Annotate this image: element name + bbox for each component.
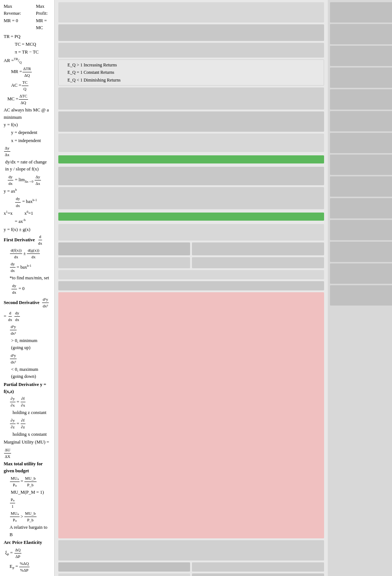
right-box-20	[192, 573, 324, 576]
d2y-neg-frac: d²ydx²	[10, 352, 17, 365]
dfdx-partial: ∂f∂x	[20, 396, 26, 408]
returns-eq1: E_Q = 1 Constant Returns	[68, 69, 322, 76]
partial-deriv-label: Partial Derivative y = f(x,z)	[4, 382, 46, 394]
ep-formula-row: EP = %ΔQ%ΔP	[4, 561, 51, 573]
partial-x-row: ∂y∂x = ∂f∂x holding z constant	[4, 396, 51, 416]
lt0-label: < 0, maximum (going down)	[11, 366, 51, 380]
first-deriv-header: First Derivative ddx	[4, 234, 51, 246]
mc-label: MC =ΔTCΔQ	[7, 93, 28, 106]
salmon-box	[58, 292, 324, 538]
rs-box-4	[330, 68, 392, 88]
right-box-8	[58, 187, 324, 209]
dydz-partial: ∂y∂z	[10, 417, 16, 430]
lim-delta: dydx = limΔx→0 ΔyΔx	[7, 174, 41, 187]
mu-budget-formula: MUₐPₐ = MU_bP_b MU_M(P_M = 1) Pₐ1	[4, 475, 51, 510]
right-box-11	[192, 242, 324, 255]
pi-formula: π = TR − TC	[15, 49, 39, 56]
green-bar-2	[58, 213, 324, 221]
mr-label: MR =ΔTRΔQ	[11, 66, 32, 79]
ep-interpretation: |EP| > 1 Elastic < 1 Inelastic = 1 Unita…	[4, 575, 51, 576]
d2y-pos-frac: d²ydx²	[10, 324, 17, 337]
mub-pb-b: MU_bP_b	[24, 510, 37, 523]
x1-eq-x: x1=x	[4, 210, 13, 217]
right-box-12	[58, 257, 190, 268]
max-revenue-label: Max Revenue: MR = 0	[4, 3, 21, 32]
dydx-fraction: ΔyΔx	[4, 145, 10, 158]
mu-b-pb: MU_bP_b	[24, 475, 37, 488]
rs-box-10	[330, 198, 392, 218]
right-box-13	[192, 257, 324, 268]
find-max-min: *to find max/min, set dydx = 0	[4, 275, 51, 295]
right-sidebar	[328, 0, 392, 576]
d2y-neg: d²ydx² < 0, maximum (going down)	[4, 352, 51, 380]
right-box-10	[58, 242, 190, 255]
rs-box-2	[330, 24, 392, 44]
right-box-6	[58, 134, 324, 152]
ep-label: EP =	[10, 563, 18, 571]
dfdz-partial: ∂f∂z	[20, 417, 25, 430]
rs-box-8	[330, 155, 392, 175]
right-box-4	[58, 87, 324, 110]
left-panel: Max Revenue: MR = 0 Max Profit: MR = MC …	[0, 0, 55, 576]
rs-box-3	[330, 46, 392, 66]
max-profit-label: Max Profit: MR = MC	[36, 3, 50, 32]
gt0-label: > 0, minimum (going up)	[11, 337, 51, 352]
plus-minus: ±	[23, 250, 26, 257]
arc-price-row: Arc Price Elasticity ξP = ΔQΔP	[4, 539, 51, 560]
mua-pa: MUₐPₐ	[10, 475, 20, 488]
tr-pq: TR = PQ	[4, 33, 20, 40]
green-bar-1	[58, 155, 324, 163]
equals-partial: =	[17, 399, 19, 406]
to-find-label: *to find max/min, set	[10, 275, 49, 282]
abs-ep-label: |EP|	[4, 575, 10, 576]
mu-fraction: ΔUΔX	[4, 447, 11, 460]
ar-label: AR =TR/Q	[4, 57, 22, 65]
rs-box-5	[330, 89, 392, 110]
d2y-sym: d²ydx²	[42, 296, 49, 309]
hold-z-label: holding z constant	[13, 409, 47, 416]
right-box-15	[58, 281, 324, 290]
y-axb: y = axb	[4, 187, 17, 195]
ax-neg-b: = ax-b	[15, 218, 25, 225]
returns-lt1: E_Q < 1 Diminishing Returns	[68, 76, 322, 84]
rs-box-7	[330, 133, 392, 153]
rs-box-1	[330, 2, 392, 23]
first-deriv-formula: d(f(x))dx ± d(g(x))dx	[4, 247, 51, 260]
max-utility-label: Max total utility for given budget	[4, 461, 51, 475]
dgx-fraction: d(g(x))dx	[27, 247, 40, 260]
partial-deriv-header: Partial Derivative y = f(x,z)	[4, 381, 51, 396]
right-box-3	[58, 43, 324, 58]
dydx-row: ΔyΔx dy/dx = rate of change in y / slope…	[4, 145, 51, 187]
dydx-partial: ∂y∂x	[10, 396, 16, 408]
right-box-2	[58, 24, 324, 41]
dy-val: dydx = baxb-1	[15, 196, 37, 208]
tc-mcq: TC = MCQ	[15, 41, 36, 48]
right-box-16	[58, 540, 324, 561]
mu-row: Marginal Utility (MU) = ΔUΔX	[4, 439, 51, 459]
dfx-fraction: d(f(x))dx	[10, 247, 22, 260]
pa-eq: Pₐ1	[10, 497, 15, 510]
rs-box-13	[330, 263, 392, 284]
right-box-19	[58, 573, 190, 576]
ac-label: AC =TCQ	[11, 79, 29, 92]
first-deriv-label: First Derivative	[4, 237, 35, 244]
rs-box-14	[330, 285, 392, 306]
relative-bargain: MUₐPₐ > MU_bP_b A relative bargain to B	[4, 510, 51, 538]
right-box-17	[58, 562, 190, 572]
mua-pa-b: MUₐPₐ	[10, 510, 20, 523]
x0-eq-1: x0=1	[24, 210, 33, 217]
second-deriv-header: Second Derivative d²ydx² = ddx dydx	[4, 296, 51, 323]
arc-price-ep: ξP = ΔQΔP	[5, 547, 22, 560]
x1x0-row: x1=x x0=1 = ax-b	[4, 210, 51, 225]
y-dep: y = dependent	[11, 129, 37, 136]
right-box-18	[192, 562, 324, 572]
x-ind: x = independent	[11, 137, 41, 144]
equals-partial-z: =	[17, 420, 19, 427]
rs-box-11	[330, 220, 392, 240]
tr-tc-pi-row: TR = PQ TC = MCQ π = TR − TC	[4, 33, 51, 56]
right-box-9	[58, 224, 324, 241]
d2y-pos: d²ydx² > 0, minimum (going up)	[4, 324, 51, 352]
dy-dx-set: dydx = 0	[11, 283, 25, 296]
ar-mr-row: AR =TR/Q MR =ΔTRΔQ AC =TCQ MC =ΔTCΔQ	[4, 57, 51, 106]
returns-box: E_Q > 1 Increasing Returns E_Q = 1 Const…	[58, 59, 324, 86]
